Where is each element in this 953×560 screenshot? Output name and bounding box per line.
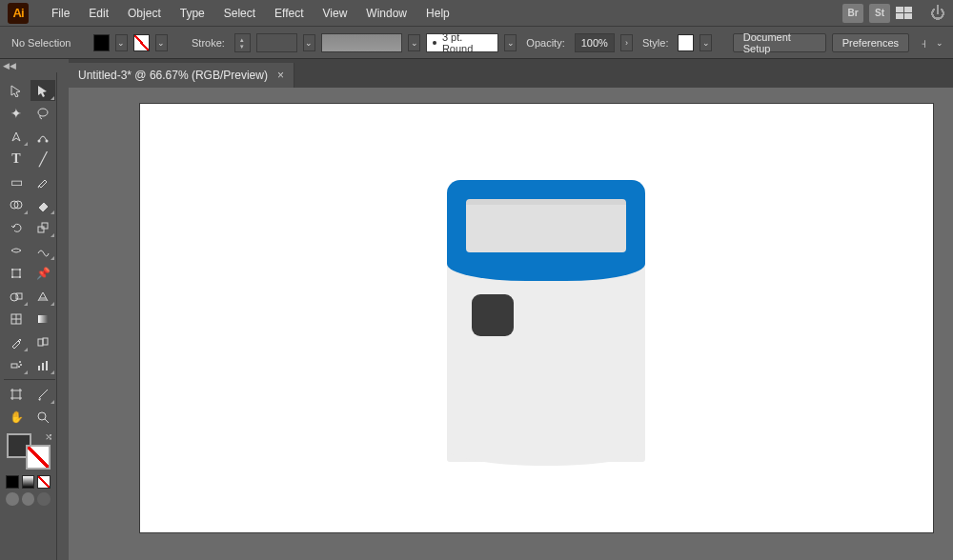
arrange-documents-icon[interactable]: [896, 7, 913, 20]
menu-bar: Ai File Edit Object Type Select Effect V…: [0, 0, 953, 27]
lasso-tool[interactable]: [30, 103, 55, 124]
column-graph-tool[interactable]: [30, 354, 55, 375]
width-profile-dropdown-icon[interactable]: ⌄: [303, 34, 315, 51]
selection-status: No Selection: [8, 37, 74, 49]
svg-point-26: [38, 412, 46, 420]
perspective-grid-tool[interactable]: [30, 286, 55, 307]
draw-behind-icon[interactable]: [22, 492, 35, 506]
menu-type[interactable]: Type: [171, 7, 214, 20]
zoom-tool[interactable]: [30, 407, 55, 428]
stroke-color-icon[interactable]: [26, 445, 51, 470]
tab-close-icon[interactable]: ×: [277, 69, 284, 82]
draw-normal-icon[interactable]: [6, 492, 19, 506]
brush-definition[interactable]: 3 pt. Round: [426, 33, 498, 52]
variable-width-profile[interactable]: [256, 33, 297, 52]
control-bar: No Selection ⌄ ⌄ Stroke: ▴▾ ⌄ ⌄ 3 pt. Ro…: [0, 27, 953, 59]
svg-point-1: [38, 140, 41, 143]
svg-rect-18: [11, 364, 17, 368]
pen-tool[interactable]: [4, 126, 29, 147]
menu-file[interactable]: File: [42, 7, 79, 20]
graphic-style-swatch[interactable]: [678, 34, 694, 51]
stroke-weight-stepper[interactable]: ▴▾: [234, 33, 251, 52]
hand-tool[interactable]: ✋: [4, 407, 29, 428]
blend-tool[interactable]: [30, 331, 55, 352]
selection-tool[interactable]: [4, 80, 29, 101]
svg-rect-17: [43, 338, 48, 345]
menu-window[interactable]: Window: [356, 7, 416, 20]
fill-stroke-indicator[interactable]: ⤭: [7, 433, 51, 470]
svg-point-20: [20, 364, 22, 366]
tab-title: Untitled-3* @ 66.67% (RGB/Preview): [78, 69, 268, 82]
mesh-tool[interactable]: [4, 309, 29, 330]
preferences-button[interactable]: Preferences: [832, 33, 909, 52]
warp-tool[interactable]: [30, 240, 55, 261]
svg-rect-6: [42, 223, 48, 229]
color-none-icon[interactable]: [37, 475, 51, 489]
eyedropper-tool[interactable]: [4, 331, 29, 352]
shape-builder-tool[interactable]: [4, 286, 29, 307]
symbol-sprayer-tool[interactable]: [4, 354, 29, 375]
fill-dropdown-icon[interactable]: ⌄: [115, 34, 128, 51]
svg-point-0: [38, 109, 48, 116]
svg-point-9: [19, 269, 21, 270]
menu-help[interactable]: Help: [416, 7, 459, 20]
app-icon: Ai: [8, 3, 29, 24]
slice-tool[interactable]: [30, 384, 55, 405]
panel-collapse-icon[interactable]: ◀◀: [0, 59, 19, 72]
artboard-tool[interactable]: [4, 384, 29, 405]
menu-effect[interactable]: Effect: [265, 7, 313, 20]
rotate-tool[interactable]: [4, 217, 29, 238]
artwork-screen: [466, 199, 626, 252]
brush-dropdown-icon[interactable]: ⌄: [408, 34, 420, 51]
puppet-warp-tool[interactable]: 📌: [30, 263, 55, 284]
swap-fill-stroke-icon[interactable]: ⤭: [45, 431, 52, 442]
svg-rect-15: [38, 315, 48, 323]
opacity-dropdown-icon[interactable]: ›: [620, 34, 633, 51]
svg-point-12: [10, 293, 18, 301]
draw-mode-row: [0, 489, 56, 510]
menu-object[interactable]: Object: [118, 7, 171, 20]
stroke-swatch[interactable]: [133, 34, 150, 51]
style-label: Style:: [639, 37, 673, 49]
bridge-icon[interactable]: Br: [842, 4, 863, 23]
svg-point-21: [18, 366, 20, 368]
direct-selection-tool[interactable]: [30, 80, 55, 101]
artboard[interactable]: [139, 103, 934, 533]
brush-def-dropdown-icon[interactable]: ⌄: [504, 34, 517, 51]
curvature-tool[interactable]: [30, 126, 55, 147]
line-segment-tool[interactable]: ╱: [30, 149, 55, 170]
color-solid-icon[interactable]: [6, 475, 19, 489]
width-tool[interactable]: [4, 240, 29, 261]
rectangle-tool[interactable]: ▭: [4, 171, 29, 192]
document-setup-button[interactable]: Document Setup: [733, 33, 826, 52]
shaper-tool[interactable]: [4, 194, 29, 215]
opacity-field[interactable]: 100%: [575, 33, 615, 52]
document-tab-active[interactable]: Untitled-3* @ 66.67% (RGB/Preview) ×: [69, 63, 294, 88]
stock-icon[interactable]: St: [869, 4, 890, 23]
svg-rect-22: [38, 366, 40, 370]
brush-preview[interactable]: [321, 33, 402, 52]
type-tool[interactable]: T: [4, 149, 29, 170]
align-dropdown-icon[interactable]: ⌄: [933, 34, 945, 51]
artwork-calculator[interactable]: [447, 180, 645, 462]
draw-inside-icon[interactable]: [37, 492, 51, 506]
document-tabs: Untitled-3* @ 66.67% (RGB/Preview) ×: [69, 59, 953, 88]
svg-rect-5: [38, 227, 44, 232]
gpu-performance-icon[interactable]: ⏻: [930, 5, 945, 22]
style-dropdown-icon[interactable]: ⌄: [700, 34, 712, 51]
scale-tool[interactable]: [30, 217, 55, 238]
stroke-dropdown-icon[interactable]: ⌄: [155, 34, 168, 51]
fill-swatch[interactable]: [93, 34, 110, 51]
gradient-tool[interactable]: [30, 309, 55, 330]
free-transform-tool[interactable]: [4, 263, 29, 284]
color-gradient-icon[interactable]: [22, 475, 35, 489]
menu-edit[interactable]: Edit: [79, 7, 118, 20]
svg-point-10: [11, 276, 13, 278]
menu-view[interactable]: View: [314, 7, 357, 20]
magic-wand-tool[interactable]: ✦: [4, 103, 29, 124]
menubar-right: Br St ⏻: [842, 4, 945, 23]
paintbrush-tool[interactable]: [30, 171, 55, 192]
align-to-icon[interactable]: ⫞: [921, 35, 927, 50]
menu-select[interactable]: Select: [214, 7, 265, 20]
eraser-tool[interactable]: [30, 194, 55, 215]
